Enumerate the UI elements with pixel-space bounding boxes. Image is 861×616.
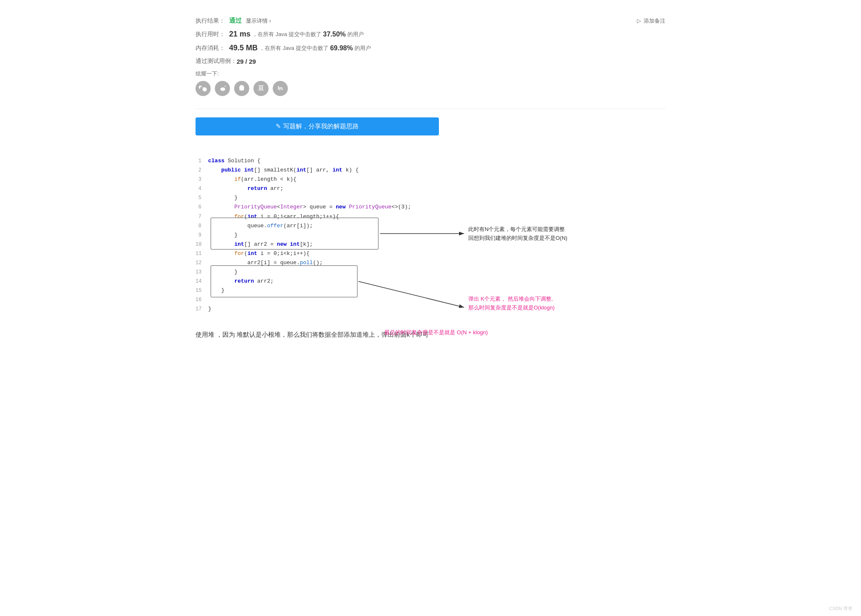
memory-label: 内存消耗： <box>196 44 229 52</box>
code-line: 2 public int[] smallestK(int[] arr, int … <box>196 166 573 175</box>
time-suffix: 的用户 <box>347 31 364 38</box>
show-detail-link[interactable]: 显示详情 › <box>246 17 271 25</box>
code-line: 3 if(arr.length < k){ <box>196 175 573 184</box>
annotation-box3: 最总的时间复杂度是不是就是 O(N + klogn) <box>384 328 594 337</box>
code-line: 12 arr2[i] = queue.poll(); <box>196 258 573 268</box>
execution-result-label: 执行结果： <box>196 17 229 25</box>
qq-icon[interactable] <box>234 81 249 96</box>
code-line: 11 for(int i = 0;i<k;i++){ <box>196 249 573 258</box>
code-line: 13 } <box>196 268 573 277</box>
write-solution-button[interactable]: ✎ 写题解，分享我的解题思路 <box>196 117 439 135</box>
execution-status: 通过 <box>229 17 242 25</box>
testcase-label: 通过测试用例： <box>196 57 237 65</box>
linkedin-icon[interactable] <box>273 81 288 96</box>
social-icons-row: 豆 <box>196 81 665 96</box>
weibo-icon[interactable] <box>215 81 230 96</box>
code-line: 5 } <box>196 193 573 203</box>
wechat-icon[interactable] <box>196 81 211 96</box>
annotation-box2: 弹出 K个元素， 然后堆会向下调整,那么时间复杂度是不是就是O(klogn) <box>468 295 619 312</box>
annotation-box1: 此时有N个元素，每个元素可能需要调整回想到我们建堆的时间复杂度是不是O(N) <box>468 225 603 243</box>
share-label: 炫耀一下: <box>196 70 665 78</box>
memory-note: ，在所有 Java 提交中击败了 <box>259 44 329 52</box>
douban-icon[interactable]: 豆 <box>253 81 269 96</box>
add-note-button[interactable]: ▷ 添加备注 <box>637 17 665 25</box>
code-line: 6 PriorityQueue<Integer> queue = new Pri… <box>196 203 573 212</box>
flag-icon: ▷ <box>637 18 641 24</box>
time-value: 21 ms <box>229 30 250 39</box>
memory-suffix: 的用户 <box>355 44 371 52</box>
memory-percent: 69.98% <box>330 44 353 52</box>
memory-value: 49.5 MB <box>229 44 258 52</box>
code-section: 1class Solution {2 public int[] smallest… <box>196 152 665 318</box>
code-line: 15 } <box>196 286 573 295</box>
time-percent: 37.50% <box>323 31 346 38</box>
testcase-value: 29 / 29 <box>237 58 256 65</box>
svg-point-0 <box>220 88 225 91</box>
code-line: 14 return arr2; <box>196 277 573 286</box>
code-line: 7 for(int i = 0;i<arr.length;i++){ <box>196 212 573 221</box>
code-line: 4 return arr; <box>196 184 573 193</box>
time-label: 执行用时： <box>196 31 229 38</box>
add-note-label: 添加备注 <box>644 17 665 25</box>
time-note: ，在所有 Java 提交中击败了 <box>252 31 321 38</box>
code-line: 1class Solution { <box>196 156 573 166</box>
